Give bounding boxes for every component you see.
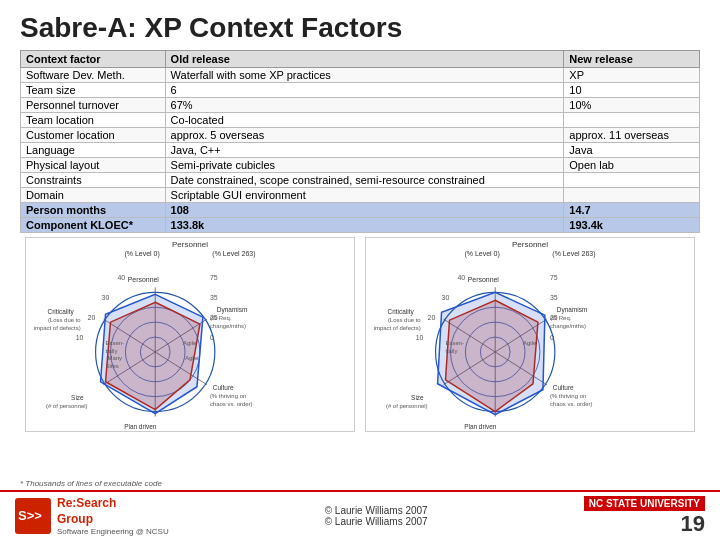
logo-sub: Software Engineering @ NCSU	[57, 527, 169, 536]
cell-old: 6	[165, 83, 564, 98]
footnote: * Thousands of lines of executable code	[20, 479, 162, 488]
svg-text:(# of personnel): (# of personnel)	[46, 403, 88, 409]
svg-text:Culture: Culture	[213, 384, 234, 391]
copyright1: © Laurie Williams 2007	[325, 505, 428, 516]
svg-text:change/mths): change/mths)	[210, 323, 246, 329]
left-radar-svg: 40 30 20 10 75 35 25 0	[26, 248, 354, 432]
table-row: DomainScriptable GUI environment	[21, 188, 700, 203]
table-row: Personnel turnover67%10%	[21, 98, 700, 113]
cell-old: Waterfall with some XP practices	[165, 68, 564, 83]
cell-old: 133.8k	[165, 218, 564, 233]
cell-new	[564, 173, 700, 188]
svg-text:Plan driven: Plan driven	[464, 423, 497, 430]
cell-old: Semi-private cubicles	[165, 158, 564, 173]
cell-old: 67%	[165, 98, 564, 113]
svg-text:Culture: Culture	[553, 384, 574, 391]
cell-new: 193.4k	[564, 218, 700, 233]
footer-logo: S>> Re:Search Group Software Engineering…	[15, 496, 169, 536]
svg-text:Size: Size	[411, 394, 424, 401]
svg-text:Agile: Agile	[523, 340, 537, 346]
svg-text:chaos vs. order): chaos vs. order)	[210, 401, 253, 407]
cell-new: 10%	[564, 98, 700, 113]
svg-text:(Loss due to: (Loss due to	[48, 317, 81, 323]
svg-text:impact of defects): impact of defects)	[374, 325, 421, 331]
cell-old: approx. 5 overseas	[165, 128, 564, 143]
cell-new	[564, 188, 700, 203]
svg-text:Agile: Agile	[185, 355, 199, 361]
table-row: Software Dev. Meth.Waterfall with some X…	[21, 68, 700, 83]
cell-factor: Personnel turnover	[21, 98, 166, 113]
svg-text:(% thriving on: (% thriving on	[550, 393, 586, 399]
svg-text:(% Req.: (% Req.	[210, 315, 232, 321]
cell-factor: Constraints	[21, 173, 166, 188]
svg-text:20: 20	[88, 314, 96, 321]
svg-text:35: 35	[550, 294, 558, 301]
cell-factor: Person months	[21, 203, 166, 218]
cell-factor: Customer location	[21, 128, 166, 143]
left-chart: Personnel(% Level 0) (% Level 263) 40 30…	[25, 237, 355, 432]
table-row: Team locationCo-located	[21, 113, 700, 128]
svg-text:40: 40	[457, 274, 465, 281]
svg-text:change/mths): change/mths)	[550, 323, 586, 329]
logo-text: Re:Search Group	[57, 496, 169, 527]
svg-text:Plan driven: Plan driven	[124, 423, 157, 430]
svg-text:10: 10	[416, 334, 424, 341]
cell-new: 10	[564, 83, 700, 98]
cell-new: XP	[564, 68, 700, 83]
svg-text:S>>: S>>	[18, 508, 42, 523]
svg-text:(% thriving on: (% thriving on	[210, 393, 246, 399]
table-row: ConstraintsDate constrained, scope const…	[21, 173, 700, 188]
svg-text:Size: Size	[71, 394, 84, 401]
cell-new: 14.7	[564, 203, 700, 218]
page-number: 19	[681, 511, 705, 537]
svg-text:Dynamism: Dynamism	[557, 306, 587, 314]
footer-center: © Laurie Williams 2007 © Laurie Williams…	[325, 505, 428, 527]
svg-text:(# of personnel): (# of personnel)	[386, 403, 428, 409]
cell-old: Scriptable GUI environment	[165, 188, 564, 203]
svg-text:tially: tially	[106, 348, 118, 354]
cell-factor: Team size	[21, 83, 166, 98]
col-header-factor: Context factor	[21, 51, 166, 68]
cell-new	[564, 113, 700, 128]
svg-text:Agile: Agile	[183, 340, 197, 346]
logo-svg: S>>	[15, 498, 51, 534]
right-chart: Personnel(% Level 0) (% Level 263) 40 30…	[365, 237, 695, 432]
svg-text:30: 30	[102, 294, 110, 301]
table-row: Physical layoutSemi-private cubiclesOpen…	[21, 158, 700, 173]
nc-state-logo: NC STATE UNIVERSITY 19	[584, 496, 705, 537]
col-header-old: Old release	[165, 51, 564, 68]
svg-text:impact of defects): impact of defects)	[34, 325, 81, 331]
svg-text:75: 75	[210, 274, 218, 281]
cell-old: Co-located	[165, 113, 564, 128]
svg-text:30: 30	[442, 294, 450, 301]
svg-text:20: 20	[428, 314, 436, 321]
svg-text:(Loss due to: (Loss due to	[388, 317, 421, 323]
svg-text:75: 75	[550, 274, 558, 281]
logo-line2: Group	[57, 512, 93, 526]
context-table: Context factor Old release New release S…	[20, 50, 700, 233]
svg-text:Criticality: Criticality	[388, 308, 415, 316]
svg-text:Dynamism: Dynamism	[217, 306, 247, 314]
copyright2: © Laurie Williams 2007	[325, 516, 428, 527]
cell-factor: Component KLOEC*	[21, 218, 166, 233]
svg-text:10: 10	[76, 334, 84, 341]
cell-factor: Domain	[21, 188, 166, 203]
table-row: Component KLOEC*133.8k193.4k	[21, 218, 700, 233]
svg-text:Personnel: Personnel	[128, 276, 160, 283]
svg-text:(% Req.: (% Req.	[550, 315, 572, 321]
table-row: Customer locationapprox. 5 overseasappro…	[21, 128, 700, 143]
table-area: Context factor Old release New release S…	[0, 50, 720, 233]
svg-text:35: 35	[210, 294, 218, 301]
svg-text:Personnel: Personnel	[468, 276, 500, 283]
right-radar-svg: 40 30 20 10 75 35 25 0	[366, 248, 694, 432]
svg-text:Essen-: Essen-	[446, 340, 465, 346]
svg-text:Criticality: Criticality	[48, 308, 75, 316]
cell-factor: Team location	[21, 113, 166, 128]
cell-factor: Physical layout	[21, 158, 166, 173]
table-row: Person months10814.7	[21, 203, 700, 218]
cell-new: Java	[564, 143, 700, 158]
svg-text:Many: Many	[108, 355, 123, 361]
cell-new: Open lab	[564, 158, 700, 173]
cell-factor: Software Dev. Meth.	[21, 68, 166, 83]
charts-section: Personnel(% Level 0) (% Level 263) 40 30…	[0, 233, 720, 432]
